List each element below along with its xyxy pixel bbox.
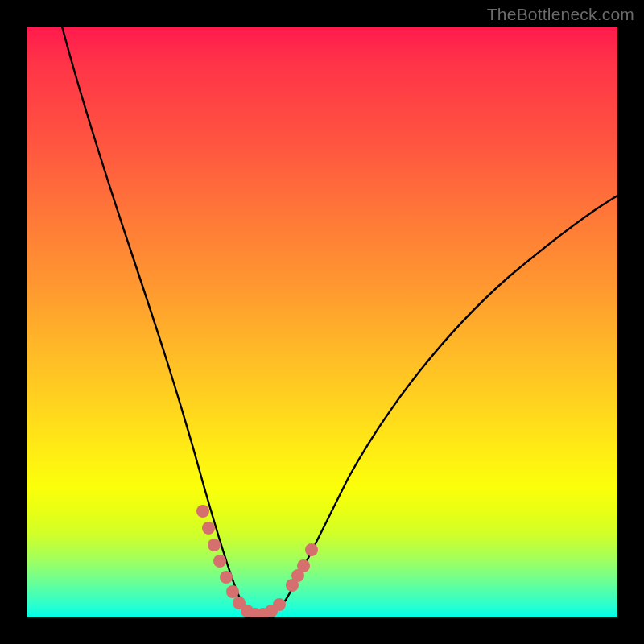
marker-dot [213,555,226,568]
marker-dot [202,522,215,535]
marker-dot [297,559,310,572]
curve-layer [27,27,617,617]
chart-frame: TheBottleneck.com [0,0,644,644]
marker-dot [220,571,233,584]
plot-area [27,27,617,617]
marker-dot [196,505,209,518]
marker-dot [273,598,286,611]
bottleneck-curve [62,27,617,614]
marker-dot [305,543,318,556]
marker-dot [208,539,221,551]
marker-dot [226,585,239,598]
watermark-text: TheBottleneck.com [487,5,634,24]
